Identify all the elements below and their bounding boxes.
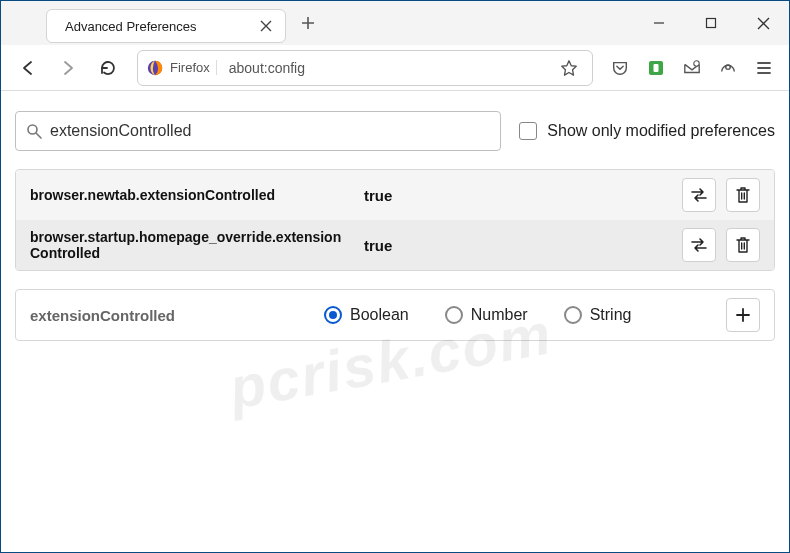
- add-pref-row: extensionControlled Boolean Number Strin…: [15, 289, 775, 341]
- svg-point-4: [694, 60, 699, 65]
- close-tab-icon[interactable]: [257, 17, 275, 35]
- browser-tab[interactable]: Advanced Preferences: [46, 9, 286, 43]
- search-box[interactable]: [15, 111, 501, 151]
- toggle-button[interactable]: [682, 178, 716, 212]
- svg-rect-3: [654, 64, 659, 72]
- table-row[interactable]: browser.newtab.extensionControlled true: [16, 170, 774, 220]
- checkbox-icon: [519, 122, 537, 140]
- search-icon: [26, 123, 42, 139]
- radio-boolean-label: Boolean: [350, 306, 409, 324]
- type-radio-group: Boolean Number String: [324, 306, 712, 324]
- svg-point-5: [726, 64, 731, 69]
- bookmark-star-icon[interactable]: [554, 53, 584, 83]
- window-controls: [637, 1, 785, 45]
- mail-icon[interactable]: [677, 53, 707, 83]
- radio-number[interactable]: Number: [445, 306, 528, 324]
- firefox-logo-icon: [146, 59, 164, 77]
- url-input[interactable]: [229, 60, 548, 76]
- search-row: Show only modified preferences: [15, 111, 775, 151]
- add-button[interactable]: [726, 298, 760, 332]
- table-row[interactable]: browser.startup.homepage_override.extens…: [16, 220, 774, 270]
- delete-button[interactable]: [726, 178, 760, 212]
- toggle-button[interactable]: [682, 228, 716, 262]
- pocket-icon[interactable]: [605, 53, 635, 83]
- reload-button[interactable]: [91, 51, 125, 85]
- toolbar: Firefox: [1, 45, 789, 91]
- back-button[interactable]: [11, 51, 45, 85]
- pref-actions: [682, 228, 760, 262]
- radio-number-label: Number: [471, 306, 528, 324]
- radio-icon: [564, 306, 582, 324]
- forward-button[interactable]: [51, 51, 85, 85]
- pref-actions: [682, 178, 760, 212]
- pref-value-label: true: [364, 187, 668, 204]
- search-input[interactable]: [50, 122, 490, 140]
- identity-label: Firefox: [170, 60, 217, 75]
- pref-value-label: true: [364, 237, 668, 254]
- minimize-button[interactable]: [637, 1, 681, 45]
- radio-icon: [324, 306, 342, 324]
- prefs-table: browser.newtab.extensionControlled true …: [15, 169, 775, 271]
- page-content: pcrisk.com Show only modified preference…: [1, 91, 789, 552]
- radio-string-label: String: [590, 306, 632, 324]
- new-tab-button[interactable]: [292, 7, 324, 39]
- maximize-button[interactable]: [689, 1, 733, 45]
- pref-name-label: browser.newtab.extensionControlled: [30, 187, 350, 203]
- tab-title-label: Advanced Preferences: [65, 19, 249, 34]
- pref-name-label: browser.startup.homepage_override.extens…: [30, 229, 350, 261]
- modified-only-label: Show only modified preferences: [547, 122, 775, 140]
- extension-icon[interactable]: [641, 53, 671, 83]
- modified-only-checkbox[interactable]: Show only modified preferences: [519, 122, 775, 140]
- menu-button[interactable]: [749, 53, 779, 83]
- svg-rect-0: [707, 19, 716, 28]
- radio-icon: [445, 306, 463, 324]
- svg-point-6: [28, 125, 37, 134]
- titlebar: Advanced Preferences: [1, 1, 789, 45]
- radio-boolean[interactable]: Boolean: [324, 306, 409, 324]
- close-window-button[interactable]: [741, 1, 785, 45]
- radio-string[interactable]: String: [564, 306, 632, 324]
- delete-button[interactable]: [726, 228, 760, 262]
- add-pref-name: extensionControlled: [30, 307, 310, 324]
- account-icon[interactable]: [713, 53, 743, 83]
- url-bar[interactable]: Firefox: [137, 50, 593, 86]
